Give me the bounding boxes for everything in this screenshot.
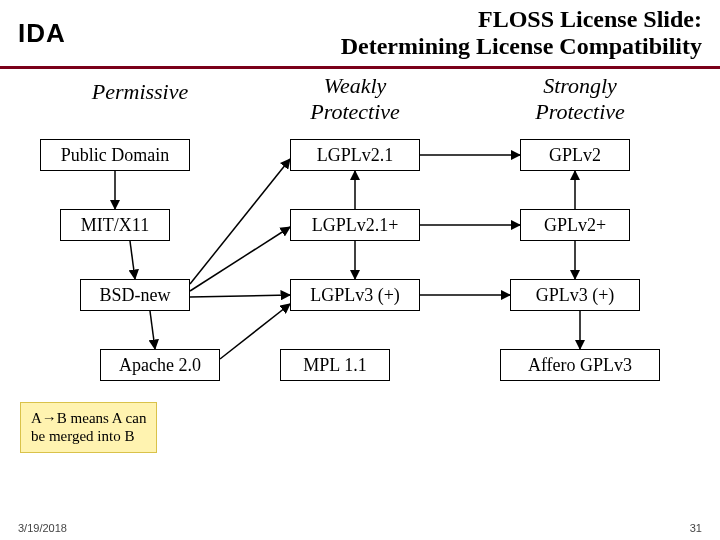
arrow-mit-to-bsd (130, 241, 135, 279)
node-apache: Apache 2.0 (100, 349, 220, 381)
footer-date: 3/19/2018 (18, 522, 67, 534)
node-lgpl3: LGPLv3 (+) (290, 279, 420, 311)
column-header-strong: Strongly Protective (500, 73, 660, 125)
legend-line-2: be merged into B (31, 427, 146, 446)
node-lgpl21p: LGPLv2.1+ (290, 209, 420, 241)
node-lgpl21: LGPLv2.1 (290, 139, 420, 171)
node-bsd: BSD-new (80, 279, 190, 311)
node-mit: MIT/X11 (60, 209, 170, 241)
node-gpl2: GPLv2 (520, 139, 630, 171)
node-affero: Affero GPLv3 (500, 349, 660, 381)
column-header-permissive: Permissive (60, 79, 220, 105)
slide-footer: 3/19/2018 31 (0, 518, 720, 540)
arrow-bsd-to-apache (150, 311, 155, 349)
arrow-bsd-to-lgpl21 (190, 159, 290, 284)
node-gpl3: GPLv3 (+) (510, 279, 640, 311)
legend-note: A→B means A can be merged into B (20, 402, 157, 454)
arrow-bsd-to-lgpl21p (190, 227, 290, 291)
title-line-2: Determining License Compatibility (341, 33, 702, 60)
slide-header: IDA FLOSS License Slide: Determining Lic… (0, 0, 720, 69)
legend-line-1: A→B means A can (31, 409, 146, 428)
diagram-stage: Permissive Weakly Protective Strongly Pr… (0, 69, 720, 489)
slide: IDA FLOSS License Slide: Determining Lic… (0, 0, 720, 540)
weak-line1: Weakly Protective (310, 73, 400, 124)
arrow-bsd-to-lgpl3 (190, 295, 290, 297)
ida-logo: IDA (18, 18, 66, 49)
footer-page-number: 31 (690, 522, 702, 534)
strong-line1: Strongly Protective (535, 73, 625, 124)
node-public-domain: Public Domain (40, 139, 190, 171)
node-gpl2p: GPLv2+ (520, 209, 630, 241)
slide-title: FLOSS License Slide: Determining License… (341, 6, 702, 60)
column-header-weak: Weakly Protective (280, 73, 430, 125)
node-mpl: MPL 1.1 (280, 349, 390, 381)
title-line-1: FLOSS License Slide: (341, 6, 702, 33)
